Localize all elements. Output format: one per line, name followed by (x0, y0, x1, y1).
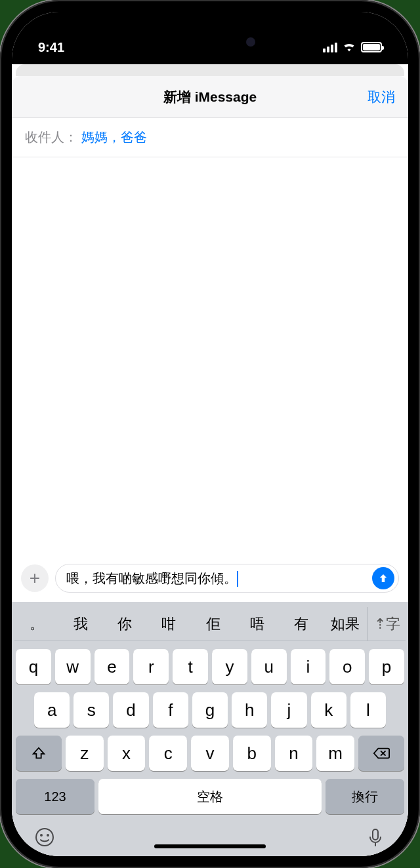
recipients-list[interactable]: 媽媽，爸爸 (81, 128, 147, 146)
candidate-1[interactable]: 我 (58, 614, 102, 634)
candidate-2[interactable]: 你 (103, 614, 147, 634)
key-r[interactable]: r (133, 649, 169, 684)
emoji-button[interactable] (34, 827, 55, 850)
home-indicator[interactable] (154, 844, 266, 848)
candidate-expand-button[interactable]: ⇡字 (368, 607, 406, 641)
compose-row: + 喂，我有啲敏感嘢想同你傾。 (12, 557, 408, 602)
conversation-area[interactable] (12, 157, 408, 557)
candidate-6[interactable]: 有 (280, 614, 324, 634)
keyboard-row-2: a s d f g h j k l (14, 684, 406, 728)
recipients-label: 收件人： (25, 128, 77, 146)
keyboard-row-4: 123 空格 換行 (14, 771, 406, 814)
key-c[interactable]: c (149, 736, 187, 771)
svg-point-1 (40, 834, 43, 837)
svg-point-2 (47, 834, 49, 837)
key-o[interactable]: o (329, 649, 365, 684)
key-q[interactable]: q (16, 649, 51, 684)
modal-backdrop (16, 64, 404, 76)
key-p[interactable]: p (369, 649, 404, 684)
key-s[interactable]: s (74, 692, 109, 728)
modal-header: 新增 iMessage 取消 (12, 76, 408, 118)
shift-key[interactable] (16, 736, 62, 771)
delete-key[interactable] (358, 736, 404, 771)
key-y[interactable]: y (212, 649, 247, 684)
key-b[interactable]: b (233, 736, 271, 771)
candidate-4[interactable]: 佢 (191, 614, 235, 634)
keyboard-row-1: q w e r t y u i o p (14, 641, 406, 684)
add-attachment-button[interactable]: + (21, 564, 49, 592)
key-v[interactable]: v (191, 736, 229, 771)
dictation-button[interactable] (365, 827, 386, 850)
key-w[interactable]: w (55, 649, 91, 684)
compose-modal: 新增 iMessage 取消 收件人： 媽媽，爸爸 + 喂，我有啲敏感嘢想同你傾… (12, 76, 408, 856)
key-k[interactable]: k (311, 692, 346, 728)
candidate-0[interactable]: 。 (14, 614, 58, 634)
svg-point-0 (36, 829, 53, 846)
key-g[interactable]: g (192, 692, 228, 728)
candidate-5[interactable]: 唔 (235, 614, 279, 634)
modal-title: 新增 iMessage (163, 88, 257, 106)
key-m[interactable]: m (316, 736, 354, 771)
recipients-field[interactable]: 收件人： 媽媽，爸爸 (12, 118, 408, 157)
key-u[interactable]: u (251, 649, 287, 684)
key-l[interactable]: l (350, 692, 386, 728)
status-time: 9:41 (38, 40, 64, 55)
candidate-3[interactable]: 咁 (147, 614, 191, 634)
keyboard: 。 我 你 咁 佢 唔 有 如果 ⇡字 q w e r t y (12, 602, 408, 856)
cancel-button[interactable]: 取消 (368, 88, 395, 106)
candidate-bar: 。 我 你 咁 佢 唔 有 如果 ⇡字 (14, 607, 406, 641)
numbers-key[interactable]: 123 (16, 779, 94, 814)
battery-icon (361, 42, 382, 52)
space-key[interactable]: 空格 (98, 779, 322, 814)
key-d[interactable]: d (113, 692, 148, 728)
key-h[interactable]: h (232, 692, 267, 728)
key-x[interactable]: x (108, 736, 146, 771)
key-n[interactable]: n (275, 736, 313, 771)
cellular-signal-icon (323, 42, 337, 52)
return-key[interactable]: 換行 (326, 779, 404, 814)
keyboard-row-3: z x c v b n m (14, 728, 406, 771)
keyboard-toolbar (14, 814, 406, 856)
key-f[interactable]: f (153, 692, 188, 728)
message-input[interactable]: 喂，我有啲敏感嘢想同你傾。 (66, 570, 372, 587)
key-i[interactable]: i (291, 649, 326, 684)
key-e[interactable]: e (94, 649, 130, 684)
key-t[interactable]: t (173, 649, 208, 684)
candidate-7[interactable]: 如果 (324, 614, 368, 634)
svg-rect-3 (373, 829, 378, 840)
key-j[interactable]: j (271, 692, 306, 728)
message-input-container: 喂，我有啲敏感嘢想同你傾。 (55, 564, 399, 593)
dynamic-island (154, 28, 266, 56)
key-z[interactable]: z (66, 736, 104, 771)
key-a[interactable]: a (34, 692, 70, 728)
wifi-icon (343, 40, 356, 55)
send-button[interactable] (372, 567, 394, 589)
